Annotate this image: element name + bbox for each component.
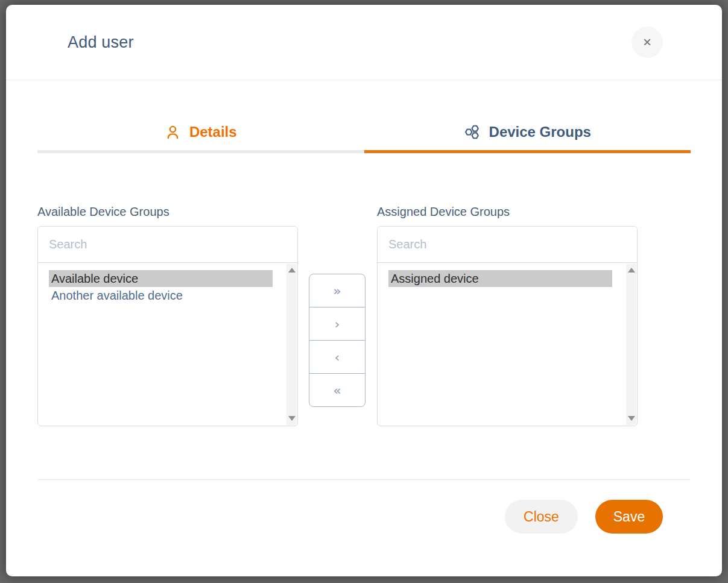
save-button[interactable]: Save [595,500,663,534]
list-item[interactable]: Assigned device [388,270,612,287]
move-all-left-button[interactable]: « [309,373,366,407]
scroll-up-icon[interactable] [628,268,635,273]
available-groups-label: Available Device Groups [37,205,298,219]
move-left-button[interactable]: ‹ [309,340,366,374]
scroll-down-icon[interactable] [288,416,296,421]
transfer-button-group: » › ‹ « [309,274,366,426]
person-icon [165,124,181,140]
move-all-right-button[interactable]: » [309,274,366,307]
move-right-button[interactable]: › [309,307,366,341]
list-item[interactable]: Available device [49,270,273,287]
close-icon[interactable]: × [631,27,663,58]
dialog-footer: Close Save [6,480,722,534]
tab-device-groups[interactable]: Device Groups [364,124,691,153]
assigned-groups-options: Assigned device [378,263,637,426]
list-item[interactable]: Another available device [49,287,273,304]
assigned-groups-listbox: Assigned device [377,226,638,426]
assigned-groups-search-input[interactable] [378,227,637,263]
add-user-dialog: Add user × Details Device Groups [6,5,722,576]
device-groups-transfer: Available Device Groups Available device… [37,205,644,426]
available-groups-scrollbar[interactable] [286,263,297,425]
scroll-down-icon[interactable] [628,416,635,421]
available-groups-panel: Available Device Groups Available device… [37,205,298,426]
assigned-groups-panel: Assigned Device Groups Assigned device [377,205,638,426]
tab-details[interactable]: Details [37,124,364,153]
available-groups-options: Available device Another available devic… [38,263,297,426]
assigned-groups-label: Assigned Device Groups [377,205,638,219]
available-groups-listbox: Available device Another available devic… [37,226,298,426]
page-title: Add user [68,33,134,52]
tab-details-label: Details [189,124,237,140]
device-groups-icon [464,124,481,140]
scroll-up-icon[interactable] [288,268,296,273]
assigned-groups-scrollbar[interactable] [626,263,636,425]
tab-bar: Details Device Groups [37,124,691,153]
dialog-header: Add user × [6,5,722,80]
tab-device-groups-label: Device Groups [489,124,591,140]
close-button[interactable]: Close [505,500,578,534]
available-groups-search-input[interactable] [38,227,297,263]
